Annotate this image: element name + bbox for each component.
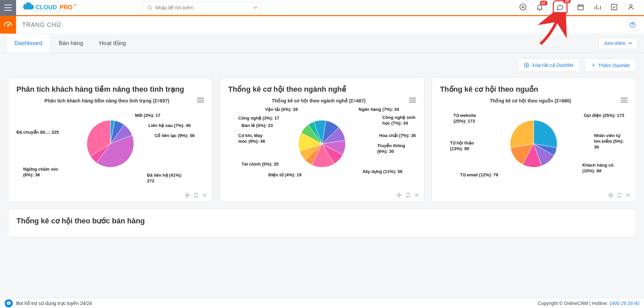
profile-button[interactable] — [627, 3, 635, 12]
page-title: TRANG CHỦ — [22, 21, 61, 29]
chat-icon — [556, 3, 564, 11]
tabs: Dashboard Bán hàng Hoạt động Xem thêm — [0, 34, 644, 53]
subheader: TRANG CHỦ — [0, 16, 644, 34]
add-dashlet-button[interactable]: Thêm Dashlet — [585, 58, 636, 72]
chat-badge: 10 — [563, 0, 571, 3]
move-icon[interactable] — [608, 192, 613, 198]
close-icon[interactable] — [202, 192, 207, 198]
view-more-label: Xem thêm — [604, 41, 626, 46]
menu-bars-icon — [621, 98, 628, 102]
dashlet-opportunity-source: Thống kê cơ hội theo nguồn Thống kê cơ h… — [432, 77, 636, 202]
chevron-down-icon — [628, 42, 632, 45]
refresh-icon[interactable] — [617, 192, 622, 198]
dashlet-title: Thống kê cơ hội theo ngành nghề — [228, 85, 416, 94]
notifications-button[interactable]: 67 — [536, 3, 543, 12]
reports-button[interactable] — [594, 3, 601, 12]
pie-label: Gọi điện (25%): 173 — [584, 113, 624, 119]
dashlet-footer-actions — [184, 192, 207, 198]
pie-label: Mới (3%): 17 — [135, 113, 160, 119]
calendar-icon — [577, 3, 584, 11]
svg-rect-6 — [578, 5, 584, 10]
dashlet-row: Phân tích khách hàng tiềm năng theo tình… — [0, 77, 644, 202]
add-button[interactable] — [519, 3, 527, 12]
chat-button-highlighted[interactable]: 10 — [553, 0, 568, 15]
pie-label: Điện tử (4%): 19 — [268, 172, 301, 178]
move-icon[interactable] — [396, 192, 402, 198]
chart-subtitle: Phân tích khách hàng tiềm năng theo tình… — [16, 98, 197, 103]
tab-dashboard[interactable]: Dashboard — [6, 34, 51, 53]
menu-button[interactable] — [0, 0, 16, 16]
view-more-button[interactable]: Xem thêm — [598, 38, 638, 49]
header: CLOUD PRO Cloud CRM by Industry 67 10 — [0, 0, 644, 16]
home-module-icon[interactable] — [0, 16, 16, 34]
clear-all-dashlets-button[interactable]: Xóa tất cả Dashlet — [518, 58, 580, 72]
pie-label: Khách hàng cũ (10%): 68 — [582, 163, 621, 174]
pie-label: Từ email (12%): 79 — [460, 172, 498, 178]
pie-label: Tài chính (5%): 25 — [241, 162, 279, 167]
chevron-down-icon[interactable] — [253, 6, 257, 9]
clear-all-label: Xóa tất cả Dashlet — [532, 62, 574, 68]
chart-menu-button[interactable] — [197, 98, 204, 103]
dashlet-toolbar: Xóa tất cả Dashlet Thêm Dashlet — [0, 53, 644, 77]
pie-chart: Gọi điện (25%): 173 Nhân viên tự tìm kiế… — [440, 103, 628, 184]
chart-menu-button[interactable] — [621, 98, 628, 103]
chart-icon — [594, 3, 601, 11]
close-icon[interactable] — [626, 192, 631, 198]
pie-label: Ngân hàng (7%): 34 — [359, 107, 399, 113]
calendar-button[interactable] — [577, 3, 584, 12]
header-actions: 67 10 — [519, 0, 644, 15]
pie-label: Cơ khí, Máy móc (9%): 46 — [238, 133, 272, 144]
help-button[interactable] — [627, 19, 638, 30]
search-icon — [147, 5, 153, 10]
pie-label: Từ website (25%): 173 — [453, 113, 484, 124]
add-dashlet-label: Thêm Dashlet — [598, 62, 630, 68]
logo[interactable]: CLOUD PRO Cloud CRM by Industry — [19, 2, 87, 13]
pie-label: Từ hội thảo (13%): 90 — [450, 140, 477, 152]
dashlet-opportunity-stage: Thống kê cơ hội theo bước bán hàng — [8, 209, 636, 237]
chart-subtitle: Thống kê cơ hội theo nguồn (Σ=680) — [440, 98, 621, 103]
search-box[interactable] — [144, 2, 261, 14]
pie-label: Vận tải (6%): 28 — [265, 107, 298, 113]
svg-point-3 — [74, 4, 76, 5]
dashlet-lead-status: Phân tích khách hàng tiềm năng theo tình… — [8, 77, 212, 202]
svg-text:Cloud CRM by Industry: Cloud CRM by Industry — [34, 10, 65, 12]
pie-label: Cố liên lạc (9%): 56 — [155, 133, 195, 139]
pie-label: Công nghệ (3%): 17 — [238, 116, 279, 121]
user-icon — [627, 3, 635, 11]
x-circle-icon — [524, 62, 529, 68]
dashlet-footer-actions — [608, 192, 631, 198]
chart-menu-button[interactable] — [409, 98, 416, 103]
refresh-icon[interactable] — [405, 192, 411, 198]
pie-label: Ngừng chăm sóc (6%): 38 — [23, 167, 63, 178]
svg-point-9 — [7, 25, 9, 27]
refresh-icon[interactable] — [193, 192, 199, 198]
menu-bars-icon — [409, 98, 416, 102]
search-input[interactable] — [155, 5, 253, 10]
tab-sales[interactable]: Bán hàng — [51, 34, 91, 53]
move-icon[interactable] — [184, 192, 190, 198]
pie-label: Truyền thông (6%): 30 — [377, 143, 413, 155]
pie-chart: Ngân hàng (7%): 34 Công nghệ sinh học (7… — [228, 103, 416, 184]
pie-label: Liên hệ sau (7%): 49 — [149, 123, 191, 129]
svg-rect-7 — [611, 4, 617, 10]
menu-bars-icon — [197, 98, 204, 102]
svg-text:PRO: PRO — [60, 4, 73, 11]
pie-chart: Mới (3%): 17 Liên hệ sau (7%): 49 Cố liê… — [16, 103, 204, 184]
pie-label: Đã chuyển đô...: 225 — [16, 130, 59, 135]
gauge-icon — [3, 20, 13, 30]
tab-activity[interactable]: Hoạt động — [91, 34, 134, 53]
pie-label: Công nghệ sinh học (7%): 34 — [382, 115, 416, 126]
dashlet-title: Thống kê cơ hội theo bước bán hàng — [16, 217, 628, 225]
svg-point-8 — [630, 5, 632, 7]
svg-text:CLOUD: CLOUD — [36, 4, 57, 11]
plus-circle-icon — [519, 3, 527, 11]
plus-icon — [591, 63, 596, 68]
hamburger-icon — [4, 5, 12, 11]
pie-label: Xây dựng (11%): 56 — [362, 169, 402, 175]
pie-label: Nhân viên tự tìm kiếm (5%): 36 — [594, 133, 628, 150]
dashlet-footer-actions — [396, 192, 419, 198]
chart-subtitle: Thống kê cơ hội theo ngành nghề (Σ=487) — [228, 98, 409, 103]
tasks-button[interactable] — [610, 3, 618, 12]
close-icon[interactable] — [414, 192, 419, 198]
check-square-icon — [610, 3, 618, 11]
